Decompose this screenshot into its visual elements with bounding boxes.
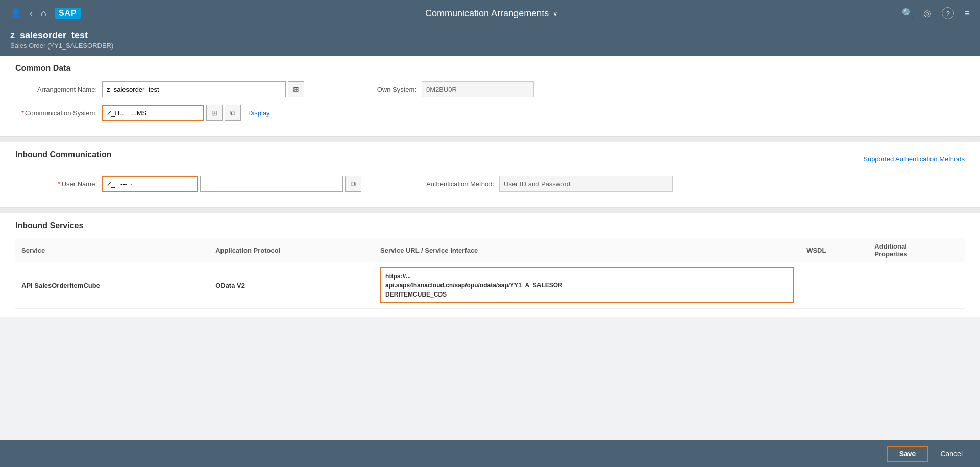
auth-method-field: Authentication Method:: [412, 176, 673, 192]
comm-system-input[interactable]: [102, 105, 204, 121]
common-data-section: Common Data Arrangement Name: ⊞ Own Syst…: [0, 56, 980, 137]
user-name-field: *User Name: ⧉: [15, 176, 361, 192]
separator-1: [0, 137, 980, 142]
protocol-cell: OData V2: [209, 262, 374, 309]
arrangement-name-input-group: ⊞: [102, 81, 304, 97]
user-name-copy-icon[interactable]: ⧉: [345, 176, 361, 192]
comm-system-input-group: ⊞ ⧉ Display: [102, 105, 270, 121]
footer: Save Cancel: [0, 440, 980, 441]
required-star-2: *: [58, 180, 61, 188]
menu-icon[interactable]: ≡: [964, 8, 970, 19]
arrangement-subtitle: Sales Order (YY1_SALESORDER): [10, 42, 970, 50]
own-system-field: Own System:: [335, 81, 534, 97]
required-star: *: [21, 109, 24, 117]
col-additional: AdditionalProperties: [868, 238, 965, 262]
col-wsdl: WSDL: [800, 238, 868, 262]
arrangement-name-input[interactable]: [102, 81, 286, 97]
inbound-services-section: Inbound Services Service Application Pro…: [0, 213, 980, 317]
page-title: Communication Arrangements: [425, 8, 549, 19]
services-table: Service Application Protocol Service URL…: [15, 238, 965, 309]
user-auth-row: *User Name: ⧉ Authentication Method:: [15, 176, 965, 192]
arrangement-name-label: Arrangement Name:: [15, 86, 97, 93]
supported-auth-link[interactable]: Supported Authentication Methods: [863, 155, 965, 163]
url-content[interactable]: https://... api.saps4hanacloud.cn/sap/op…: [380, 267, 794, 303]
display-link[interactable]: Display: [248, 109, 270, 117]
main-content: Common Data Arrangement Name: ⊞ Own Syst…: [0, 56, 980, 441]
service-name-cell: API SalesOrderItemCube: [15, 262, 209, 309]
wsdl-cell: [800, 262, 868, 309]
auth-method-label: Authentication Method:: [412, 180, 494, 188]
services-table-header-row: Service Application Protocol Service URL…: [15, 238, 965, 262]
user-icon[interactable]: 👤: [10, 8, 21, 19]
own-system-input: [422, 81, 534, 97]
additional-cell: [868, 262, 965, 309]
settings-icon[interactable]: ◎: [923, 8, 932, 19]
nav-right: 🔍 ◎ ? ≡: [902, 7, 970, 19]
chevron-down-icon[interactable]: ∨: [553, 10, 558, 17]
arrangement-name-field: Arrangement Name: ⊞: [15, 81, 304, 97]
subtitle-bar: z_salesorder_test Sales Order (YY1_SALES…: [0, 27, 980, 56]
comm-system-copy-icon[interactable]: ⧉: [225, 105, 241, 121]
back-icon[interactable]: ‹: [30, 8, 33, 19]
sap-logo: SAP: [55, 8, 81, 19]
own-system-label: Own System:: [335, 86, 416, 93]
comm-system-table-icon[interactable]: ⊞: [206, 105, 223, 121]
user-name-label: *User Name:: [15, 180, 97, 188]
col-url: Service URL / Service Interface: [374, 238, 800, 262]
services-table-header: Service Application Protocol Service URL…: [15, 238, 965, 262]
arrangement-title: z_salesorder_test: [10, 30, 970, 41]
url-cell: https://... api.saps4hanacloud.cn/sap/op…: [374, 262, 800, 309]
inbound-comm-header: Inbound Communication Supported Authenti…: [15, 150, 965, 167]
user-name-input[interactable]: [102, 176, 198, 192]
comm-system-field: *Communication System: ⊞ ⧉ Display: [15, 105, 270, 121]
nav-center: Communication Arrangements ∨: [425, 8, 558, 19]
nav-left: 👤 ‹ ⌂ SAP: [10, 8, 81, 19]
col-service: Service: [15, 238, 209, 262]
user-name-input-group: ⧉: [102, 176, 361, 192]
top-navigation: 👤 ‹ ⌂ SAP Communication Arrangements ∨ 🔍…: [0, 0, 980, 27]
services-table-body: API SalesOrderItemCube OData V2 https://…: [15, 262, 965, 309]
home-icon[interactable]: ⌂: [41, 8, 46, 19]
comm-system-row: *Communication System: ⊞ ⧉ Display: [15, 105, 965, 121]
table-row: API SalesOrderItemCube OData V2 https://…: [15, 262, 965, 309]
user-name-input-2[interactable]: [200, 176, 343, 192]
separator-2: [0, 208, 980, 213]
auth-method-input: [499, 176, 673, 192]
arrangement-name-table-icon[interactable]: ⊞: [288, 81, 304, 97]
search-icon[interactable]: 🔍: [902, 8, 913, 19]
inbound-services-title: Inbound Services: [15, 221, 965, 230]
inbound-communication-section: Inbound Communication Supported Authenti…: [0, 142, 980, 208]
col-protocol: Application Protocol: [209, 238, 374, 262]
common-data-title: Common Data: [15, 64, 965, 73]
help-icon[interactable]: ?: [942, 7, 954, 19]
inbound-comm-title: Inbound Communication: [15, 150, 111, 159]
comm-system-label: *Communication System:: [15, 109, 97, 117]
arrangement-name-row: Arrangement Name: ⊞ Own System:: [15, 81, 965, 97]
